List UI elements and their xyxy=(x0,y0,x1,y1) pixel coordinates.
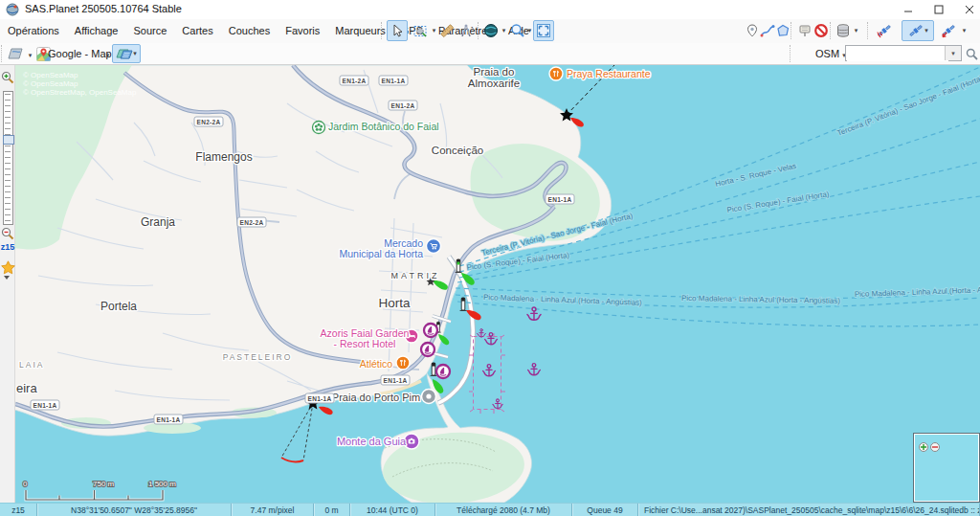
label-conceicao: Conceição xyxy=(432,145,483,156)
status-coordinates: N38°31'50.6507" W28°35'25.8956" xyxy=(37,504,232,516)
svg-text:© OpenSeaMap: © OpenSeaMap xyxy=(23,71,78,79)
gps-follow-button[interactable] xyxy=(938,20,959,41)
minimize-button[interactable] xyxy=(894,0,923,19)
svg-text:EN1-1A: EN1-1A xyxy=(33,402,57,409)
toolbar-grip[interactable] xyxy=(867,22,871,39)
minus-icon xyxy=(932,444,938,450)
layers-button[interactable]: ▾ xyxy=(112,44,141,63)
selected-map-label[interactable]: Google - Map xyxy=(48,43,112,64)
basemap-dropdown[interactable]: ▾ xyxy=(26,45,34,66)
measure-distance-button[interactable] xyxy=(436,20,457,41)
label-portela: Portela xyxy=(100,300,137,313)
gps-track-button[interactable]: ▾ xyxy=(902,20,934,41)
search-combo-dropdown[interactable]: ▾ xyxy=(945,46,961,60)
overview-minimap[interactable] xyxy=(913,433,980,503)
select-tool-button[interactable] xyxy=(387,20,408,41)
favorites-dropdown-arrow[interactable] xyxy=(4,276,10,280)
gps-connect-button[interactable] xyxy=(874,20,895,41)
zoom-slider-ticks xyxy=(5,94,11,221)
zoom-in-icon[interactable] xyxy=(1,71,14,84)
svg-text:EN2-2A: EN2-2A xyxy=(197,119,221,125)
svg-text:EN1-1A: EN1-1A xyxy=(548,196,572,203)
zoom-out-icon[interactable] xyxy=(1,227,14,240)
status-resolution: 7.47 m/pixel xyxy=(232,504,314,516)
map-source-toolbar: ▾ Google - Map ▾ ▾ OSM ▾ ▾ xyxy=(0,43,980,65)
menu-cartes[interactable]: Cartes xyxy=(174,19,220,43)
label-porto-pim: Praia do Porto Pim xyxy=(332,392,420,403)
layers-icon xyxy=(116,46,133,61)
label-horta: Horta xyxy=(378,296,411,310)
toolbar-grip[interactable] xyxy=(381,22,385,39)
minimap-zoom-out-button[interactable] xyxy=(930,442,940,452)
cache-mode-dropdown[interactable]: ▾ xyxy=(852,20,860,41)
divider-compass-icon xyxy=(458,23,474,38)
gps-satellite-signal-icon xyxy=(876,22,893,39)
poi-porto-pim-icon xyxy=(422,390,436,404)
svg-text:EN2-2A: EN2-2A xyxy=(240,219,264,226)
svg-text:Municipal da Horta: Municipal da Horta xyxy=(339,248,423,259)
zoom-slider[interactable] xyxy=(3,91,13,225)
favorites-star-icon[interactable] xyxy=(1,260,15,275)
toolbar-grip[interactable] xyxy=(790,45,793,62)
magnifier-icon xyxy=(510,23,525,38)
app-icon xyxy=(6,3,19,16)
map-select-dropdown[interactable]: ▾ xyxy=(103,45,112,66)
map-sheet-icon xyxy=(7,46,24,61)
zoom-slider-handle[interactable] xyxy=(3,135,14,145)
minimap-zoom-in-button[interactable] xyxy=(919,442,928,452)
measure-circle-button[interactable] xyxy=(456,20,477,41)
label-monte-guia: Monte da Guia xyxy=(337,436,407,447)
menu-favoris[interactable]: Favoris xyxy=(278,19,327,43)
status-bar: z15 N38°31'50.6507" W28°35'25.8956" 7.47… xyxy=(0,503,980,516)
label-laia: LAIA xyxy=(19,360,44,370)
menu-affichage[interactable]: Affichage xyxy=(67,19,126,43)
beacon-green-band xyxy=(457,262,460,265)
maximize-button[interactable] xyxy=(924,0,953,19)
menu-source[interactable]: Source xyxy=(125,19,174,43)
poi-atletico-icon xyxy=(396,356,410,370)
label-praia-almoxarife: Praia do xyxy=(474,66,515,78)
label-atletico: Atlético xyxy=(360,358,393,370)
svg-text:750 m: 750 m xyxy=(93,480,115,488)
svg-text:EN1-2A: EN1-2A xyxy=(391,102,415,109)
search-provider-button[interactable]: OSM ▾ xyxy=(815,43,846,64)
label-eira: eira xyxy=(16,381,37,395)
hide-marks-button[interactable] xyxy=(811,20,832,41)
globe-icon xyxy=(483,23,499,38)
cursor-icon xyxy=(390,23,405,38)
close-button[interactable] xyxy=(955,0,980,19)
maximize-icon xyxy=(934,5,944,14)
svg-text:- Resort Hotel: - Resort Hotel xyxy=(334,338,396,349)
gps-follow-dropdown[interactable]: ▾ xyxy=(960,20,969,41)
search-input[interactable] xyxy=(847,47,948,61)
zoom-sidebar: z15 xyxy=(0,65,15,503)
ruler-icon xyxy=(439,23,455,38)
basemap-button[interactable] xyxy=(5,44,26,63)
status-zoom: z15 xyxy=(0,504,37,516)
chevron-down-icon: ▾ xyxy=(133,50,137,57)
polygon-icon xyxy=(775,23,791,38)
selection-manager-button[interactable] xyxy=(410,20,431,41)
chevron-down-icon: ▾ xyxy=(924,27,928,34)
menu-couches[interactable]: Couches xyxy=(221,19,278,43)
svg-text:0: 0 xyxy=(23,480,28,488)
menu-operations[interactable]: Opérations xyxy=(0,19,67,43)
plus-icon xyxy=(921,444,926,450)
cache-mode-button[interactable] xyxy=(833,20,854,41)
status-cache-file: Fichier C:\Use...ansat 2027)\SASPlanet_2… xyxy=(638,504,980,516)
svg-text:© OpenSeaMap: © OpenSeaMap xyxy=(23,79,78,88)
svg-text:Almoxarife: Almoxarife xyxy=(468,78,520,89)
search-icon[interactable] xyxy=(966,48,978,60)
status-downloaded: Téléchargé 2080 (4.7 Mb) xyxy=(435,504,572,516)
map-canvas[interactable]: Praia do Almoxarife Praya Restaurante Ja… xyxy=(0,65,980,503)
search-combobox[interactable]: ▾ xyxy=(845,45,962,61)
svg-text:EN1-1A: EN1-1A xyxy=(384,377,408,384)
poi-mercado-icon xyxy=(427,239,441,254)
database-icon xyxy=(835,23,851,38)
label-pasteleiro: PASTELEIRO xyxy=(223,352,293,362)
go-to-button[interactable] xyxy=(480,20,501,41)
poi-monte-guia-icon xyxy=(404,434,419,449)
svg-text:© OpenStreetMap, OpenSeaMap: © OpenStreetMap, OpenSeaMap xyxy=(23,88,137,97)
label-granja: Granja xyxy=(141,215,175,229)
fullscreen-button[interactable] xyxy=(533,20,554,41)
